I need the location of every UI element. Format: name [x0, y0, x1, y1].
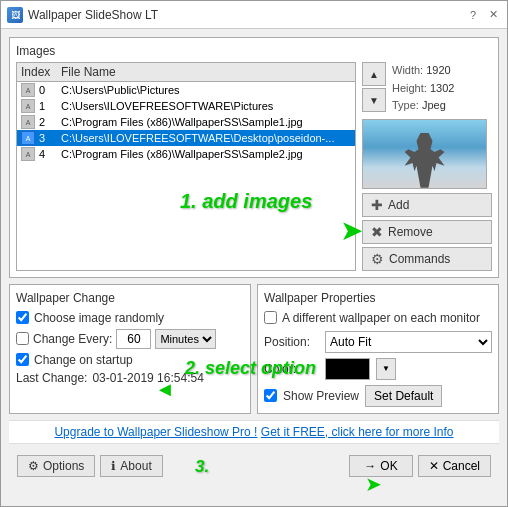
row-path: C:\Program Files (x86)\WallpaperSS\Sampl…	[61, 116, 351, 128]
row-icon: A	[21, 115, 35, 129]
table-header: Index File Name	[17, 63, 355, 82]
remove-icon: ✖	[371, 224, 383, 240]
row-icon: A	[21, 131, 35, 145]
position-row: Position: Auto Fit Fill Fit Stretch Cent…	[264, 331, 492, 353]
ok-button[interactable]: → OK	[349, 455, 412, 477]
change-on-startup-checkbox[interactable]	[16, 353, 29, 366]
wallpaper-change-panel: Wallpaper Change Choose image randomly C…	[9, 284, 251, 414]
row-icon: A	[21, 83, 35, 97]
color-box[interactable]	[325, 358, 370, 380]
show-preview-checkbox[interactable]	[264, 389, 277, 402]
color-label: Color:	[264, 362, 319, 376]
diff-monitor-row: A different wallpaper on each monitor	[264, 311, 492, 325]
window-title: Wallpaper SlideShow LT	[28, 8, 465, 22]
commands-label: Commands	[389, 252, 450, 266]
change-every-row: Change Every: Minutes	[16, 329, 244, 349]
wallpaper-properties-panel: Wallpaper Properties A different wallpap…	[257, 284, 499, 414]
row-icon: A	[21, 147, 35, 161]
remove-button[interactable]: ✖ Remove	[362, 220, 492, 244]
free-link[interactable]: Get it FREE, click here for more Info	[261, 425, 454, 439]
change-every-unit-select[interactable]: Minutes	[155, 329, 216, 349]
last-change-value: 03-01-2019 16:54:54	[92, 371, 203, 385]
table-row[interactable]: A 1 C:\Users\ILOVEFREESOFTWARE\Pictures	[17, 98, 355, 114]
move-up-button[interactable]: ▲	[362, 62, 386, 86]
height-value: 1302	[430, 82, 454, 94]
table-row[interactable]: A 0 C:\Users\Public\Pictures	[17, 82, 355, 98]
images-section: Images Index File Name A 0 C:\Users\Publ…	[9, 37, 499, 278]
row-index: 4	[39, 148, 57, 160]
table-row[interactable]: A 4 C:\Program Files (x86)\WallpaperSS\S…	[17, 146, 355, 162]
width-value: 1920	[426, 64, 450, 76]
set-default-button[interactable]: Set Default	[365, 385, 442, 407]
change-on-startup-label: Change on startup	[34, 353, 133, 367]
row-index: 2	[39, 116, 57, 128]
middle-section: Wallpaper Change Choose image randomly C…	[9, 284, 499, 414]
change-every-label: Change Every:	[33, 332, 112, 346]
change-every-checkbox[interactable]	[16, 332, 29, 345]
help-button[interactable]: ?	[465, 7, 481, 23]
row-index: 3	[39, 132, 57, 144]
row-path: C:\Users\ILOVEFREESOFTWARE\Desktop\posei…	[61, 132, 351, 144]
type-label: Type:	[392, 99, 419, 111]
arrows-info: ▲ ▼ Width: 1920 Height: 1302 Type: Jpeg	[362, 62, 492, 115]
width-label: Width:	[392, 64, 423, 76]
row-index: 1	[39, 100, 57, 112]
remove-label: Remove	[388, 225, 433, 239]
info-icon: ℹ	[111, 459, 116, 473]
diff-monitor-label: A different wallpaper on each monitor	[282, 311, 480, 325]
bottom-bar: ⚙ Options ℹ About → OK ✕ Cancel	[9, 450, 499, 482]
cancel-button[interactable]: ✕ Cancel	[418, 455, 491, 477]
diff-monitor-checkbox[interactable]	[264, 311, 277, 324]
choose-randomly-checkbox[interactable]	[16, 311, 29, 324]
about-label: About	[120, 459, 151, 473]
upgrade-bar: Upgrade to Wallpaper Slideshow Pro ! Get…	[9, 420, 499, 444]
wallpaper-change-title: Wallpaper Change	[16, 291, 244, 305]
options-label: Options	[43, 459, 84, 473]
move-down-button[interactable]: ▼	[362, 88, 386, 112]
table-row[interactable]: A 2 C:\Program Files (x86)\WallpaperSS\S…	[17, 114, 355, 130]
commands-button[interactable]: ⚙ Commands	[362, 247, 492, 271]
row-path: C:\Program Files (x86)\WallpaperSS\Sampl…	[61, 148, 351, 160]
add-button[interactable]: ✚ Add	[362, 193, 492, 217]
close-button[interactable]: ✕	[485, 7, 501, 23]
choose-randomly-label: Choose image randomly	[34, 311, 164, 325]
last-change-label: Last Change:	[16, 371, 87, 385]
show-preview-row: Show Preview Set Default	[264, 385, 492, 407]
title-bar-controls: ? ✕	[465, 7, 501, 23]
col-filename: File Name	[61, 65, 351, 79]
upgrade-link[interactable]: Upgrade to Wallpaper Slideshow Pro !	[54, 425, 257, 439]
images-table: Index File Name A 0 C:\Users\Public\Pict…	[16, 62, 356, 271]
table-row[interactable]: A 3 C:\Users\ILOVEFREESOFTWARE\Desktop\p…	[17, 130, 355, 146]
add-label: Add	[388, 198, 409, 212]
last-change-row: Last Change: 03-01-2019 16:54:54	[16, 371, 244, 385]
choose-randomly-row: Choose image randomly	[16, 311, 244, 325]
type-value: Jpeg	[422, 99, 446, 111]
ok-label: OK	[380, 459, 397, 473]
cancel-icon: ✕	[429, 459, 439, 473]
position-label: Position:	[264, 335, 319, 349]
cancel-label: Cancel	[443, 459, 480, 473]
images-body: Index File Name A 0 C:\Users\Public\Pict…	[16, 62, 492, 271]
image-info: Width: 1920 Height: 1302 Type: Jpeg	[392, 62, 454, 115]
main-content: Images Index File Name A 0 C:\Users\Publ…	[1, 29, 507, 506]
gear-icon: ⚙	[371, 251, 384, 267]
change-every-input[interactable]	[116, 329, 151, 349]
show-preview-label: Show Preview	[283, 389, 359, 403]
options-button[interactable]: ⚙ Options	[17, 455, 95, 477]
row-path: C:\Users\Public\Pictures	[61, 84, 351, 96]
color-dropdown[interactable]: ▼	[376, 358, 396, 380]
arrow-buttons: ▲ ▼	[362, 62, 386, 115]
images-right-panel: ▲ ▼ Width: 1920 Height: 1302 Type: Jpeg	[362, 62, 492, 271]
position-select[interactable]: Auto Fit Fill Fit Stretch Center Tile	[325, 331, 492, 353]
height-label: Height:	[392, 82, 427, 94]
col-index: Index	[21, 65, 61, 79]
images-label: Images	[16, 44, 492, 58]
row-icon: A	[21, 99, 35, 113]
ok-icon: →	[364, 459, 376, 473]
add-icon: ✚	[371, 197, 383, 213]
app-icon: 🖼	[7, 7, 23, 23]
row-index: 0	[39, 84, 57, 96]
about-button[interactable]: ℹ About	[100, 455, 162, 477]
image-preview	[362, 119, 487, 189]
action-buttons: ✚ Add ✖ Remove ⚙ Commands	[362, 193, 492, 271]
